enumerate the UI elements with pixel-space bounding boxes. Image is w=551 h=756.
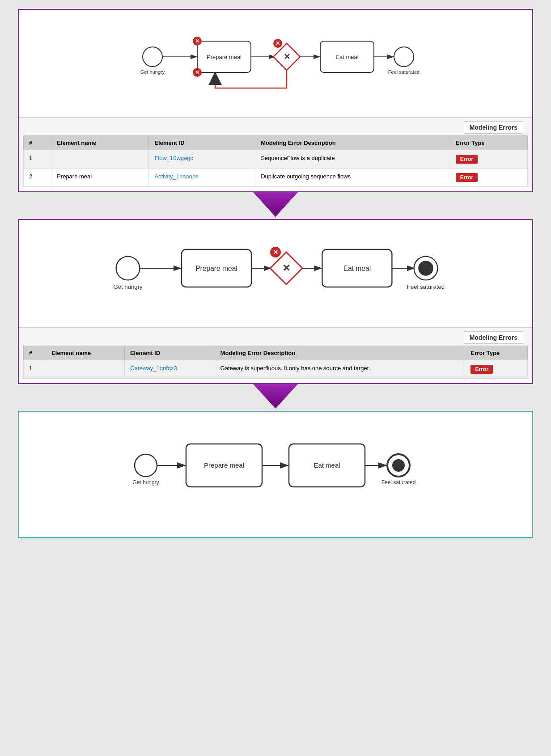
diagram-area-3: Get hungry Prepare meal Eat meal Feel sa… <box>19 412 532 537</box>
cell-element-name <box>51 150 149 169</box>
errors-tbody-2: 1 Gateway_1qnfqz3 Gateway is superfluous… <box>24 360 528 379</box>
cell-num: 1 <box>24 150 51 169</box>
error-icon-gw-1: ✕ <box>276 40 280 46</box>
error-icon-bottom-1: ✕ <box>195 69 199 76</box>
table-row: 1 Gateway_1qnfqz3 Gateway is superfluous… <box>24 360 528 379</box>
cell-description: Duplicate outgoing sequence flows <box>255 169 450 187</box>
error-badge: Error <box>470 365 492 374</box>
gateway-x-1: ✕ <box>284 52 290 61</box>
bpmn-diagram-2: Get hungry Prepare meal ✕ ✕ Eat meal <box>19 220 532 327</box>
panel-1: Get hungry Prepare meal ✕ ✕ ✕ ✕ <box>18 9 533 192</box>
task-prepare-meal-label-3: Prepare meal <box>204 461 244 469</box>
panel-3: Get hungry Prepare meal Eat meal Feel sa… <box>18 411 533 538</box>
start-event-2 <box>116 257 140 280</box>
diagram-area-2: Get hungry Prepare meal ✕ ✕ Eat meal <box>19 220 532 327</box>
cell-description: SequenceFlow is a duplicate <box>255 150 450 169</box>
modeling-errors-title-1: Modeling Errors <box>464 121 523 134</box>
cell-element-name: Prepare meal <box>51 169 149 187</box>
end-event-label-2: Feel saturated <box>407 283 445 290</box>
table-header-row-1: # Element name Element ID Modeling Error… <box>24 136 528 150</box>
errors-table-1: # Element name Element ID Modeling Error… <box>23 135 528 187</box>
cell-num: 1 <box>24 360 46 379</box>
modeling-errors-title-2: Modeling Errors <box>464 331 523 344</box>
task-eat-meal-label-1: Eat meal <box>335 54 358 60</box>
gateway-x-2: ✕ <box>282 262 290 274</box>
table-header-row-2: # Element name Element ID Modeling Error… <box>24 346 528 360</box>
error-icon-top-1: ✕ <box>195 38 199 44</box>
end-event-filled-2 <box>418 261 433 276</box>
col-type-1: Error Type <box>450 136 527 150</box>
start-event-1 <box>143 47 162 67</box>
col-name-2: Element name <box>46 346 125 360</box>
modeling-errors-section-2: Modeling Errors # Element name Element I… <box>19 327 532 379</box>
cell-element-name <box>46 360 125 379</box>
element-id-link[interactable]: Flow_10wgegc <box>154 155 193 161</box>
down-arrow-1 <box>253 192 298 217</box>
task-eat-meal-label-3: Eat meal <box>314 461 340 469</box>
modeling-errors-section-1: Modeling Errors # Element name Element I… <box>19 117 532 187</box>
arrow-svg-2 <box>249 384 302 411</box>
table-row: 1 Flow_10wgegc SequenceFlow is a duplica… <box>24 150 528 169</box>
cell-element-id: Activity_1naaops <box>149 169 255 187</box>
cell-description: Gateway is superfluous. It only has one … <box>215 360 465 379</box>
down-arrow-2 <box>253 384 298 409</box>
col-id-1: Element ID <box>149 136 255 150</box>
col-num-1: # <box>24 136 51 150</box>
cell-error-type: Error <box>465 360 528 379</box>
start-event-3 <box>135 454 157 477</box>
cell-num: 2 <box>24 169 51 187</box>
cell-element-id: Flow_10wgegc <box>149 150 255 169</box>
element-id-link[interactable]: Gateway_1qnfqz3 <box>130 365 177 372</box>
col-type-2: Error Type <box>465 346 528 360</box>
diagram-area-1: Get hungry Prepare meal ✕ ✕ ✕ ✕ <box>19 10 532 117</box>
arrow-connector-1 <box>249 192 302 219</box>
task-eat-meal-label-2: Eat meal <box>343 265 371 272</box>
error-icon-gw-2: ✕ <box>273 249 278 256</box>
task-prepare-meal-label-1: Prepare meal <box>207 54 242 60</box>
errors-tbody-1: 1 Flow_10wgegc SequenceFlow is a duplica… <box>24 150 528 187</box>
start-event-label-2: Get hungry <box>113 283 143 290</box>
modeling-errors-header-1: Modeling Errors <box>19 118 532 134</box>
col-num-2: # <box>24 346 46 360</box>
arrow-connector-2 <box>249 384 302 411</box>
bpmn-diagram-1: Get hungry Prepare meal ✕ ✕ ✕ ✕ <box>19 10 532 117</box>
start-event-label-3: Get hungry <box>132 479 159 486</box>
arrow-svg-1 <box>249 192 302 219</box>
col-id-2: Element ID <box>124 346 215 360</box>
end-event-label-1: Feel saturated <box>388 69 420 75</box>
col-desc-2: Modeling Error Description <box>215 346 465 360</box>
cell-element-id: Gateway_1qnfqz3 <box>124 360 215 379</box>
end-event-filled-3 <box>392 459 405 472</box>
element-id-link[interactable]: Activity_1naaops <box>154 173 198 180</box>
start-event-label-1: Get hungry <box>140 69 165 75</box>
table-row: 2 Prepare meal Activity_1naaops Duplicat… <box>24 169 528 187</box>
error-badge: Error <box>456 173 478 182</box>
bpmn-diagram-3: Get hungry Prepare meal Eat meal Feel sa… <box>19 412 532 537</box>
errors-table-2: # Element name Element ID Modeling Error… <box>23 346 528 379</box>
task-prepare-meal-label-2: Prepare meal <box>195 265 237 272</box>
end-event-1 <box>394 47 414 67</box>
cell-error-type: Error <box>450 150 527 169</box>
col-desc-1: Modeling Error Description <box>255 136 450 150</box>
panel-2: Get hungry Prepare meal ✕ ✕ Eat meal <box>18 219 533 384</box>
loop-triangle-1 <box>208 72 222 85</box>
error-badge: Error <box>456 155 478 164</box>
modeling-errors-header-2: Modeling Errors <box>19 328 532 344</box>
end-event-label-3: Feel saturated <box>381 479 416 486</box>
cell-error-type: Error <box>450 169 527 187</box>
col-name-1: Element name <box>51 136 149 150</box>
